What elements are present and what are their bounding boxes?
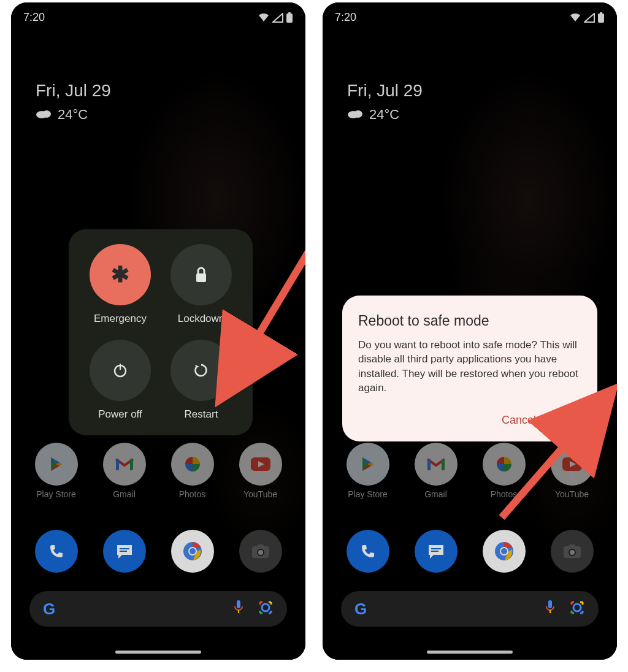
camera-icon [239, 530, 282, 573]
status-time: 7:20 [23, 11, 45, 24]
phone-screenshot-left: 7:20 Fri, Jul 29 24°C Play [11, 2, 305, 660]
svg-point-3 [42, 110, 51, 118]
annotation-arrow-restart [238, 240, 305, 372]
mic-icon[interactable] [233, 599, 244, 619]
power-menu-emergency[interactable]: ✱ Emergency [80, 244, 161, 325]
app-label: Photos [179, 489, 206, 499]
phone-icon [35, 530, 78, 573]
phone-icon [347, 530, 389, 573]
gmail-icon [415, 443, 458, 486]
app-label: Gmail [113, 489, 136, 499]
app-photos[interactable]: Photos [171, 443, 214, 499]
app-row: Play Store Gmail Photos YouTube [11, 443, 305, 499]
svg-rect-23 [598, 13, 604, 23]
status-right [258, 12, 293, 23]
svg-rect-30 [431, 548, 441, 549]
svg-rect-39 [548, 600, 552, 608]
power-menu-label: Emergency [94, 313, 147, 325]
home-weather: 24°C [347, 107, 423, 123]
app-camera[interactable] [551, 530, 594, 573]
app-play-store[interactable]: Play Store [347, 443, 389, 499]
dock-row [323, 530, 617, 573]
power-menu-label: Restart [185, 408, 218, 421]
app-label: Play Store [36, 489, 76, 499]
app-phone[interactable] [35, 530, 78, 573]
power-icon [90, 340, 151, 401]
photos-icon [171, 443, 214, 486]
home-info: Fri, Jul 29 24°C [36, 81, 111, 123]
svg-rect-17 [238, 610, 239, 613]
svg-point-34 [501, 548, 507, 554]
app-messages[interactable] [415, 530, 458, 573]
battery-icon [286, 12, 293, 23]
power-menu-restart[interactable]: Restart [161, 340, 242, 421]
status-bar: 7:20 [335, 11, 605, 24]
chrome-icon [171, 530, 214, 573]
messages-icon [103, 530, 146, 573]
power-menu-lockdown[interactable]: Lockdown [161, 244, 242, 325]
messages-icon [415, 530, 458, 573]
svg-line-22 [249, 246, 305, 351]
svg-rect-21 [120, 364, 121, 370]
status-right [569, 12, 605, 23]
play-store-icon [35, 443, 78, 486]
restart-icon [170, 340, 232, 401]
lens-icon[interactable] [258, 600, 274, 618]
nav-handle[interactable] [115, 651, 201, 654]
svg-point-15 [258, 550, 263, 555]
search-bar[interactable]: G [341, 591, 599, 627]
app-play-store[interactable]: Play Store [35, 443, 78, 499]
svg-rect-1 [288, 12, 291, 14]
app-chrome[interactable] [483, 530, 526, 573]
svg-rect-7 [120, 548, 129, 549]
home-date: Fri, Jul 29 [347, 81, 423, 101]
signal-icon [584, 13, 595, 23]
home-temp: 24°C [369, 107, 399, 123]
svg-point-41 [573, 604, 581, 611]
app-label: YouTube [243, 489, 277, 499]
app-messages[interactable] [103, 530, 146, 573]
svg-point-18 [262, 604, 269, 611]
lens-icon[interactable] [569, 600, 585, 618]
svg-rect-4 [116, 459, 119, 470]
phone-screenshot-right: 7:20 Fri, Jul 29 24°C Play Sto [323, 2, 617, 660]
cloud-icon [36, 107, 52, 123]
home-temp: 24°C [58, 107, 88, 123]
svg-rect-27 [427, 459, 431, 470]
svg-point-38 [570, 550, 575, 555]
mic-icon[interactable] [545, 599, 556, 619]
app-youtube[interactable]: YouTube [239, 443, 282, 499]
power-menu-power-off[interactable]: Power off [80, 340, 161, 421]
svg-rect-0 [286, 13, 293, 23]
svg-line-42 [502, 433, 575, 517]
svg-rect-19 [196, 273, 206, 282]
play-store-icon [347, 443, 389, 486]
dialog-title: Reboot to safe mode [358, 313, 581, 329]
app-chrome[interactable] [171, 530, 214, 573]
app-gmail[interactable]: Gmail [103, 443, 146, 499]
lock-icon [170, 244, 232, 305]
nav-handle[interactable] [427, 651, 513, 654]
app-gmail[interactable]: Gmail [415, 443, 458, 499]
signal-icon [272, 13, 283, 23]
status-time: 7:20 [335, 11, 356, 24]
svg-point-26 [354, 110, 362, 118]
chrome-icon [483, 530, 526, 573]
battery-icon [597, 12, 605, 23]
app-camera[interactable] [239, 530, 282, 573]
svg-point-11 [190, 548, 196, 554]
search-bar[interactable]: G [29, 591, 287, 627]
status-bar: 7:20 [23, 11, 293, 24]
wifi-icon [569, 13, 581, 23]
app-label: Gmail [424, 489, 447, 499]
wifi-icon [258, 13, 270, 23]
youtube-icon [239, 443, 282, 486]
app-phone[interactable] [347, 530, 389, 573]
home-weather: 24°C [36, 107, 111, 123]
home-info: Fri, Jul 29 24°C [347, 81, 423, 123]
google-logo-icon: G [43, 600, 55, 619]
svg-rect-28 [442, 459, 445, 470]
svg-rect-36 [569, 544, 575, 548]
home-date: Fri, Jul 29 [36, 81, 111, 101]
annotation-arrow-ok [489, 419, 600, 532]
